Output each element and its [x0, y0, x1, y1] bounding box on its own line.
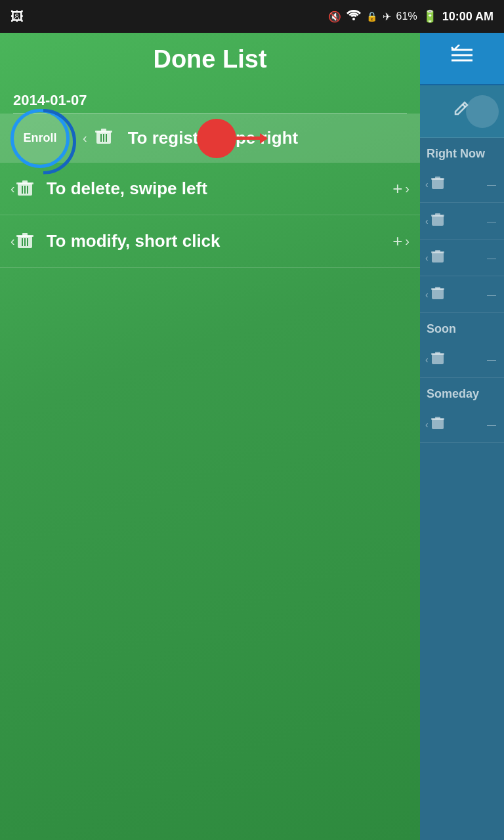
right-panel: Right Now ‹ — ‹ — — [420, 33, 504, 840]
svg-rect-34 — [431, 288, 444, 290]
swipe-indicator — [197, 119, 266, 158]
right-chevron-6: ‹ — [425, 419, 429, 430]
right-chevron-3: ‹ — [425, 253, 429, 263]
right-dash-4: — — [447, 289, 499, 300]
status-bar: 🖼 🔇 🔒 ✈ 61% 🔋 10:00 AM — [0, 0, 504, 33]
screen-icon: 🖼 — [10, 9, 24, 24]
plus-icon-1: + — [392, 178, 402, 199]
svg-rect-28 — [431, 215, 444, 217]
date-section: 2014-01-07 — [0, 85, 420, 113]
volume-icon: 🔇 — [328, 10, 341, 23]
edit-circle — [466, 95, 499, 128]
svg-rect-31 — [431, 251, 444, 253]
svg-rect-3 — [95, 131, 112, 133]
right-dash-6: — — [447, 419, 499, 430]
swipe-right-row[interactable]: Enroll ‹ To regist, swipe right — [0, 114, 420, 163]
svg-rect-40 — [431, 418, 444, 420]
battery-percentage: 61% — [396, 10, 417, 22]
battery-icon: 🔋 — [423, 9, 437, 24]
modify-hint-row[interactable]: ‹ To modify, short click + › — [0, 215, 420, 268]
right-trash-3 — [431, 249, 444, 266]
chevron-left-icon-2: ‹ — [10, 181, 15, 196]
right-dash-5: — — [447, 354, 499, 365]
swipe-right-hint-text: To regist, swipe right — [128, 128, 410, 148]
page-title: Done List — [153, 45, 266, 74]
svg-rect-15 — [16, 235, 33, 237]
svg-rect-9 — [16, 182, 33, 184]
chevron-right-icon-2: › — [405, 234, 410, 249]
right-trash-2 — [431, 212, 444, 230]
chevron-left-icon-3: ‹ — [10, 234, 15, 249]
svg-rect-37 — [431, 353, 444, 355]
delete-hint-text: To delete, swipe left — [47, 178, 392, 199]
header: Done List — [0, 33, 420, 85]
trash-icon-1 — [95, 127, 112, 150]
trash-icon-3 — [16, 231, 33, 252]
main-panel: Done List 2014-01-07 Enroll ‹ — [0, 33, 420, 840]
edit-button[interactable] — [420, 85, 504, 138]
svg-point-0 — [352, 18, 355, 20]
wifi-icon — [346, 9, 361, 24]
right-now-label: Right Now — [420, 138, 504, 166]
checklist-button[interactable] — [420, 33, 504, 85]
right-trash-6 — [431, 415, 444, 433]
soon-label: Soon — [420, 313, 504, 341]
svg-rect-32 — [432, 289, 444, 299]
date-label: 2014-01-07 — [13, 92, 87, 108]
red-dot — [197, 119, 236, 158]
airplane-icon: ✈ — [383, 10, 391, 23]
right-trash-4 — [431, 285, 444, 303]
svg-rect-23 — [432, 178, 444, 189]
chevron-right-icon-1: › — [405, 181, 410, 196]
arrow-right-icon — [234, 136, 266, 140]
right-panel-item-5[interactable]: ‹ — — [420, 341, 504, 378]
checklist-icon — [449, 45, 475, 73]
svg-rect-35 — [432, 354, 444, 364]
right-trash-1 — [431, 175, 444, 193]
right-dash-1: — — [447, 179, 499, 190]
enroll-label: Enroll — [23, 131, 56, 145]
plus-icon-2: + — [392, 231, 402, 251]
delete-hint-row[interactable]: ‹ To delete, swipe left + › — [0, 163, 420, 215]
right-panel-item-1[interactable]: ‹ — — [420, 166, 504, 203]
right-panel-item-3[interactable]: ‹ — — [420, 240, 504, 276]
right-trash-5 — [431, 350, 444, 368]
right-chevron-5: ‹ — [425, 354, 429, 365]
svg-rect-38 — [432, 419, 444, 429]
right-chevron-2: ‹ — [425, 216, 429, 226]
clock: 10:00 AM — [442, 10, 494, 24]
someday-label: Someday — [420, 378, 504, 406]
lock-icon: 🔒 — [366, 11, 377, 22]
svg-rect-25 — [431, 178, 444, 180]
right-chevron-1: ‹ — [425, 179, 429, 190]
right-panel-item-4[interactable]: ‹ — — [420, 276, 504, 313]
svg-rect-26 — [432, 215, 444, 226]
svg-line-22 — [463, 104, 465, 107]
svg-rect-29 — [432, 252, 444, 262]
right-chevron-4: ‹ — [425, 289, 429, 300]
right-dash-3: — — [447, 253, 499, 263]
chevron-left-icon-1: ‹ — [83, 131, 87, 146]
trash-icon-2 — [16, 178, 33, 200]
right-panel-item-6[interactable]: ‹ — — [420, 406, 504, 443]
right-dash-2: — — [447, 216, 499, 226]
enroll-circle[interactable]: Enroll — [10, 109, 70, 168]
right-panel-item-2[interactable]: ‹ — — [420, 203, 504, 240]
modify-hint-text: To modify, short click — [47, 231, 392, 251]
